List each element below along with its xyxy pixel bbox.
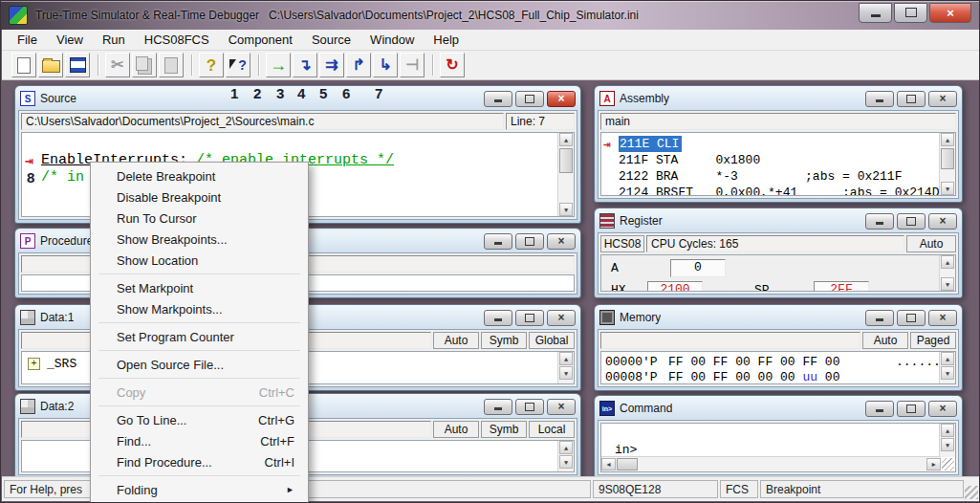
data1-restore-button[interactable] (515, 310, 544, 326)
procedure-minimize-button[interactable] (484, 233, 512, 250)
data1-global-button[interactable]: Global (529, 332, 575, 349)
data1-item-row[interactable]: + _SRS (28, 357, 76, 371)
menu-item-open-source-file[interactable]: Open Source File... (91, 354, 308, 375)
source-close-button[interactable]: × (547, 91, 576, 107)
paste-button[interactable] (159, 53, 184, 77)
scroll-down-arrow[interactable]: ▼ (559, 203, 573, 216)
register-a-value[interactable]: 0 (670, 259, 726, 277)
scroll-down-arrow[interactable]: ▼ (941, 277, 954, 291)
source-restore-button[interactable] (515, 91, 544, 107)
register-vertical-scrollbar[interactable]: ▲ ▼ (939, 255, 955, 291)
data1-auto-button[interactable]: Auto (433, 332, 479, 349)
data1-symb-button[interactable]: Symb (481, 332, 527, 349)
scroll-up-arrow[interactable]: ▲ (941, 352, 954, 365)
assembly-line[interactable]: 2124 BRSET 0,0x00,*+41 ;abs = 0x214D (619, 186, 939, 196)
scroll-up-arrow[interactable]: ▲ (559, 441, 573, 454)
scroll-up-arrow[interactable]: ▲ (941, 133, 954, 146)
menu-item-show-markpoints[interactable]: Show Markpoints... (91, 298, 308, 319)
menu-window[interactable]: Window (360, 31, 424, 49)
assembly-restore-button[interactable] (897, 91, 926, 107)
cut-button[interactable]: ✂ (105, 53, 130, 77)
menu-item-set-program-counter[interactable]: Set Program Counter (91, 326, 308, 347)
resize-grip[interactable] (965, 486, 978, 499)
halt-button[interactable]: ⊣ (400, 53, 425, 77)
scroll-thumb[interactable] (617, 458, 638, 470)
memory-minimize-button[interactable] (865, 310, 894, 326)
command-console[interactable]: in> ▲ ▼ ◄ ► (600, 423, 956, 472)
command-close-button[interactable]: × (928, 401, 957, 417)
menu-help[interactable]: Help (424, 31, 468, 49)
menu-item-delete-breakpoint[interactable]: Delete Breakpoint (91, 165, 308, 186)
memory-row[interactable]: 00008'PFF 00 FF 00 00 00 uu 00 u (605, 370, 948, 384)
scroll-up-arrow[interactable]: ▲ (559, 352, 573, 365)
memory-vertical-scrollbar[interactable]: ▲ ▼ (939, 352, 955, 383)
scroll-down-arrow[interactable]: ▼ (559, 366, 573, 380)
single-step-button[interactable]: ↴ (293, 53, 317, 77)
close-button[interactable]: × (929, 3, 971, 23)
assembly-code-area[interactable]: ⇥ 211E CLI 211F STA 0x1800 2122 BRA *-3 … (600, 132, 956, 196)
scroll-down-arrow[interactable]: ▼ (559, 455, 573, 469)
command-restore-button[interactable] (897, 401, 926, 417)
menu-hcs08fcs[interactable]: HCS08FCS (135, 31, 219, 49)
data2-close-button[interactable]: × (547, 399, 576, 415)
data2-local-button[interactable]: Local (529, 421, 575, 438)
data2-auto-button[interactable]: Auto (433, 421, 479, 438)
menu-item-find-procedure[interactable]: Find Procedure...Ctrl+I (91, 451, 308, 472)
memory-restore-button[interactable] (897, 310, 926, 326)
menu-item-show-breakpoints[interactable]: Show Breakpoints... (91, 229, 308, 250)
register-restore-button[interactable] (897, 213, 926, 230)
scroll-right-arrow[interactable]: ► (926, 458, 941, 470)
minimize-button[interactable] (859, 3, 892, 23)
source-code-line[interactable]: /* in (41, 169, 84, 186)
assembly-vertical-scrollbar[interactable]: ▲ ▼ (939, 133, 955, 195)
context-help-button[interactable]: ? (226, 53, 250, 77)
save-button[interactable] (65, 53, 90, 77)
register-hx-value[interactable]: 2100 (647, 281, 703, 292)
register-sp-value[interactable]: 2FF (814, 281, 869, 292)
scroll-up-arrow[interactable]: ▲ (941, 255, 954, 269)
start-continue-button[interactable]: → (266, 53, 291, 77)
scroll-down-arrow[interactable]: ▼ (941, 366, 954, 380)
assembly-close-button[interactable]: × (928, 91, 957, 107)
scroll-thumb[interactable] (559, 148, 573, 173)
memory-auto-button[interactable]: Auto (862, 332, 908, 349)
assembly-minimize-button[interactable] (865, 91, 894, 107)
register-window-titlebar[interactable]: Register × (595, 208, 962, 231)
memory-window-titlebar[interactable]: Memory × (595, 305, 962, 328)
memory-close-button[interactable]: × (928, 310, 957, 326)
register-auto-button[interactable]: Auto (906, 235, 956, 252)
command-vertical-scrollbar[interactable]: ▲ ▼ (939, 424, 955, 457)
new-file-button[interactable] (11, 53, 36, 77)
command-horizontal-scrollbar[interactable]: ◄ ► (601, 456, 941, 471)
menu-item-folding[interactable]: Folding► (91, 479, 308, 500)
scroll-thumb[interactable] (941, 148, 954, 169)
data2-restore-button[interactable] (515, 399, 544, 415)
scroll-left-arrow[interactable]: ◄ (601, 458, 616, 470)
menu-component[interactable]: Component (219, 31, 302, 49)
assembly-line[interactable]: 211E CLI (619, 137, 682, 151)
assembly-window-titlebar[interactable]: A Assembly × (595, 86, 962, 109)
menu-item-set-markpoint[interactable]: Set Markpoint (91, 277, 308, 298)
source-minimize-button[interactable] (484, 91, 512, 107)
command-window-titlebar[interactable]: in> Command × (595, 396, 962, 419)
command-prompt[interactable]: in> (615, 443, 637, 457)
data1-minimize-button[interactable] (484, 310, 512, 326)
help-button[interactable]: ? (199, 53, 224, 77)
menu-source[interactable]: Source (302, 31, 360, 49)
menu-item-find[interactable]: Find...Ctrl+F (91, 430, 308, 451)
menu-item-go-to-line[interactable]: Go To Line...Ctrl+G (91, 409, 308, 430)
main-titlebar[interactable]: True-Time Simulator & Real-Time Debugger… (1, 1, 979, 30)
restore-button[interactable] (894, 3, 927, 23)
scroll-down-arrow[interactable]: ▼ (941, 438, 954, 451)
menu-item-run-to-cursor[interactable]: Run To Cursor (91, 208, 308, 229)
assembly-line[interactable]: 211F STA 0x1800 (619, 153, 760, 167)
menu-file[interactable]: File (8, 31, 47, 49)
scroll-up-arrow[interactable]: ▲ (941, 424, 954, 437)
memory-row[interactable]: 00000'PFF 00 FF 00 FF 00 FF 00........ (605, 355, 955, 369)
open-file-button[interactable] (38, 53, 63, 77)
source-line-field[interactable]: Line: 7 (506, 113, 575, 130)
source-vertical-scrollbar[interactable]: ▲ ▼ (557, 133, 574, 216)
command-minimize-button[interactable] (865, 401, 894, 417)
scroll-up-arrow[interactable]: ▲ (559, 133, 573, 146)
procedure-restore-button[interactable] (515, 233, 544, 250)
